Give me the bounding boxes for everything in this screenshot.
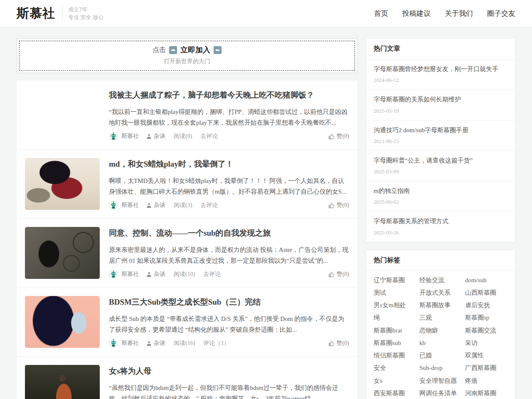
tag-link[interactable]: 已婚 [419,352,462,359]
tag-link[interactable]: 双属性 [465,352,507,359]
category-icon [146,341,152,346]
tag-link[interactable]: 采访 [465,340,507,347]
tag-link[interactable]: 山西斯慕圈 [465,289,507,296]
tag-link[interactable]: 情侣斯慕圈 [374,352,416,359]
author-avatar [109,270,118,279]
article-title[interactable]: 女s将为人母 [109,366,349,377]
main-nav: 首页投稿建议关于我们圈子交友 [374,9,515,18]
like-count: 赞(0) [337,202,349,209]
hot-article-date: 2025-05-26 [374,229,507,236]
hot-article-item[interactable]: 沟通技巧2 dom/sub字母斯慕圈手册 2021-06-15 [366,121,515,151]
tag-link[interactable]: 安全理智自愿 [419,377,462,384]
hot-article-item[interactable]: 字母斯慕圈关系的管理方式 2025-05-26 [366,212,515,241]
tag-link[interactable]: 广西斯慕圈 [465,365,507,372]
author-name[interactable]: 斯慕社 [121,271,139,278]
tag-link[interactable]: 河南斯慕圈 [465,390,507,397]
article-thumbnail[interactable] [25,158,100,210]
hot-tags-card: 热门标签 辽宁斯慕圈经验交流dom/sub测试开放式关系山西斯慕圈男s女m相处斯… [366,250,515,399]
thumbs-up-icon [328,340,335,347]
hot-tags-title: 热门标签 [366,250,515,271]
hot-article-title: m的独立指南 [374,187,507,195]
article-row: 女s将为人母 “虽然我们是因为bdsm走到一起，但我们不可能靠着bdsm过一辈子… [17,357,357,399]
like-button[interactable]: 赞(0) [328,271,349,278]
comments-link[interactable]: 去评论 [203,271,221,278]
tag-link[interactable]: 恋物癖 [419,327,462,334]
category-link[interactable]: 杂谈 [146,202,165,209]
tag-link[interactable]: 女s [374,377,416,384]
nav-item[interactable]: 投稿建议 [402,9,431,18]
like-button[interactable]: 赞(0) [328,202,349,209]
tag-link[interactable]: 经验交流 [419,277,462,284]
tag-link[interactable]: 斯慕圈sub [374,340,416,347]
hot-article-item[interactable]: m的独立指南 2025-06-02 [366,181,515,212]
tag-link[interactable]: 安全 [374,365,416,372]
banner-join-button[interactable]: 立即加入 [180,45,210,55]
join-banner[interactable]: 点击 ➡ 立即加入 ⬅ 打开新世界的大门 [17,38,357,73]
banner-click-label: 点击 [153,46,166,54]
article-thumbnail[interactable] [25,89,100,141]
category-label: 杂谈 [154,202,165,209]
comments-link[interactable]: 去评论 [200,133,218,140]
page-body: 点击 ➡ 立即加入 ⬅ 打开新世界的大门 我被主人捆成了粽子，脑子却想着今天晚上… [0,27,532,399]
main-column: 点击 ➡ 立即加入 ⬅ 打开新世界的大门 我被主人捆成了粽子，脑子却想着今天晚上… [17,38,357,399]
comments-link[interactable]: 去评论 [200,202,218,209]
author-name[interactable]: 斯慕社 [121,202,139,209]
tag-link[interactable]: 疼痛 [465,377,507,384]
comments-link[interactable]: 评论（1） [203,340,229,347]
tag-link[interactable]: 西安斯慕圈 [374,390,416,397]
tag-link[interactable]: 斯慕圈brat [374,327,416,334]
article-thumbnail[interactable] [25,296,100,348]
nav-item[interactable]: 关于我们 [445,9,473,18]
read-count: 阅读(3) [174,202,192,209]
hot-articles-card: 热门文章 字母斯慕圈曾经梦想掰女友，刚一开口就失手 2024-06-12 字母斯… [366,38,515,242]
article-thumbnail[interactable] [25,227,100,279]
article-title[interactable]: md，和女S蜡烛play时，我晕倒了！ [109,159,349,170]
hot-article-title: 字母斯慕圈曾经梦想掰女友，刚一开口就失手 [374,65,507,73]
tag-link[interactable]: Sub-drop [419,365,462,372]
like-button[interactable]: 赞(0) [328,340,349,347]
read-count: 阅读(0) [174,133,192,140]
nav-item[interactable]: 首页 [374,9,388,18]
tag-link[interactable]: 测试 [374,289,416,296]
tag-link[interactable]: 网调任务清单 [419,390,462,397]
site-logo[interactable]: 斯慕社 [17,5,55,22]
tag-link[interactable]: 辽宁斯慕圈 [374,277,416,284]
tag-link[interactable]: kb [419,340,462,347]
sidebar: 热门文章 字母斯慕圈曾经梦想掰女友，刚一开口就失手 2024-06-12 字母斯… [366,38,515,399]
hot-article-title: 沟通技巧2 dom/sub字母斯慕圈手册 [374,126,507,134]
logo-divider [62,6,62,22]
article-title[interactable]: 同意、控制、流动——一个sub的自我发现之旅 [109,228,349,239]
tag-link[interactable]: 斯慕圈故事 [419,302,462,309]
tag-link[interactable]: 男s女m相处 [374,302,416,309]
tag-link[interactable]: 斯慕圈sp [465,314,507,321]
article-title[interactable]: 我被主人捆成了粽子，脑子却想着今天晚上吃不吃猪脚饭？ [109,90,349,101]
article-row: 我被主人捆成了粽子，脑子却想着今天晚上吃不吃猪脚饭？ “我以前一直和主银都pla… [17,81,357,150]
tag-link[interactable]: 绳 [374,314,416,321]
nav-item[interactable]: 圈子交友 [487,9,515,18]
author-avatar [109,201,118,210]
like-button[interactable]: 赞(0) [328,133,349,140]
tag-link[interactable]: dom/sub [465,277,507,284]
category-link[interactable]: 杂谈 [146,340,165,347]
robot-avatar-icon [109,339,118,348]
tag-link[interactable]: 开放式关系 [419,289,462,296]
category-link[interactable]: 杂谈 [146,133,165,140]
arrow-left-icon[interactable]: ⬅ [214,46,222,54]
article-title[interactable]: BDSM三大Sub类型之成长型Sub（三）完结 [109,297,349,308]
tag-link[interactable]: 虐后安抚 [465,302,507,309]
article-body: 女s将为人母 “虽然我们是因为bdsm走到一起，但我们不可能靠着bdsm过一辈子… [109,365,349,399]
hot-article-date: 2024-06-12 [374,77,507,84]
article-thumbnail[interactable] [25,365,100,399]
author-name[interactable]: 斯慕社 [121,340,139,347]
arrow-right-icon[interactable]: ➡ [169,46,177,54]
hot-article-item[interactable]: 字母斯慕圈的关系如何长期维护 2025-05-10 [366,90,515,120]
robot-avatar-icon [109,201,118,210]
hot-article-title: 字母斯慕圈关系的管理方式 [374,217,507,225]
tag-link[interactable]: 斯慕圈交流 [465,327,507,334]
hot-article-item[interactable]: 字母圈科普“公主，请查收这篇干货” 2025-03-09 [366,151,515,181]
category-link[interactable]: 杂谈 [146,271,165,278]
author-name[interactable]: 斯慕社 [121,133,139,140]
thumbs-up-icon [328,133,335,140]
tag-link[interactable]: 三观 [419,314,462,321]
hot-article-item[interactable]: 字母斯慕圈曾经梦想掰女友，刚一开口就失手 2024-06-12 [366,59,515,90]
